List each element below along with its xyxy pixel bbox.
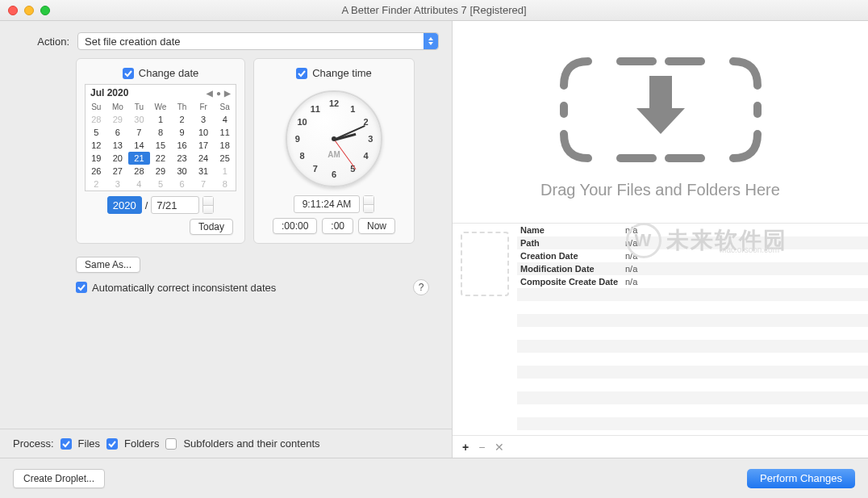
property-key: Composite Create Date	[520, 277, 625, 287]
minute-hand	[334, 125, 365, 140]
create-droplet-button[interactable]: Create Droplet...	[13, 469, 105, 488]
calendar-day[interactable]: 24	[193, 152, 215, 165]
action-select[interactable]: Set file creation date	[77, 32, 439, 50]
calendar-day[interactable]: 2	[171, 113, 193, 126]
remove-file-button[interactable]: −	[478, 441, 485, 454]
change-time-checkbox[interactable]	[296, 68, 307, 79]
today-button[interactable]: Today	[190, 219, 233, 235]
now-button[interactable]: Now	[358, 218, 395, 234]
calendar-day[interactable]: 18	[214, 139, 236, 152]
property-value: n/a	[625, 264, 637, 274]
same-as-button[interactable]: Same As...	[76, 257, 140, 273]
process-files-checkbox[interactable]	[61, 438, 72, 450]
change-time-panel: Change time 12 1 2 3 4 5 6 7 8 9 10 11 A…	[253, 58, 415, 244]
calendar-day[interactable]: 1	[214, 165, 236, 178]
calendar-day[interactable]: 29	[150, 165, 172, 178]
process-folders-checkbox[interactable]	[106, 438, 118, 450]
calendar-day[interactable]: 22	[150, 152, 172, 165]
calendar-day[interactable]: 4	[128, 178, 150, 190]
file-thumbnail	[461, 232, 509, 296]
calendar-day[interactable]: 19	[86, 152, 107, 165]
calendar-day[interactable]: 5	[150, 178, 172, 190]
calendar-day[interactable]: 29	[107, 113, 129, 126]
reset-seconds-button[interactable]: :00:00	[273, 218, 317, 234]
calendar-day[interactable]: 7	[193, 178, 215, 190]
process-label: Process:	[13, 437, 54, 450]
calendar-day[interactable]: 23	[171, 152, 193, 165]
calendar-day[interactable]: 28	[128, 165, 150, 178]
calendar-day[interactable]: 25	[214, 152, 236, 165]
auto-correct-label: Automatically correct inconsistent dates	[92, 282, 276, 294]
calendar-day[interactable]: 6	[171, 178, 193, 190]
property-value: n/a	[625, 238, 637, 248]
process-files-label: Files	[78, 437, 100, 450]
property-value: n/a	[625, 251, 637, 261]
add-file-button[interactable]: +	[462, 441, 469, 454]
property-key: Modification Date	[520, 264, 625, 274]
calendar-prev-icon[interactable]: ◀	[207, 89, 213, 98]
change-time-label: Change time	[312, 67, 372, 79]
calendar-day[interactable]: 10	[193, 126, 215, 139]
change-date-panel: Change date Jul 2020 ◀ ● ▶ SuMoTuWeThFrS…	[76, 58, 245, 244]
calendar-day[interactable]: 3	[193, 113, 215, 126]
property-row: Pathn/a	[517, 236, 868, 249]
calendar-day[interactable]: 17	[193, 139, 215, 152]
auto-correct-checkbox[interactable]	[76, 282, 87, 293]
calendar-day[interactable]: 30	[171, 165, 193, 178]
calendar-today-icon[interactable]: ●	[216, 89, 221, 98]
svg-rect-0	[649, 76, 672, 108]
calendar-day[interactable]: 8	[150, 126, 172, 139]
calendar-dow: Mo	[107, 101, 129, 113]
calendar-dow: Fr	[193, 101, 215, 113]
calendar-day[interactable]: 30	[128, 113, 150, 126]
calendar-day[interactable]: 1	[150, 113, 172, 126]
calendar-day[interactable]: 13	[107, 139, 129, 152]
calendar-day[interactable]: 7	[128, 126, 150, 139]
property-key: Path	[520, 238, 625, 248]
change-date-checkbox[interactable]	[123, 68, 134, 79]
calendar-day[interactable]: 9	[171, 126, 193, 139]
window-title: A Better Finder Attributes 7 [Registered…	[0, 4, 868, 16]
calendar-day[interactable]: 6	[107, 126, 129, 139]
calendar-day[interactable]: 21	[128, 152, 150, 165]
calendar-day[interactable]: 27	[107, 165, 129, 178]
time-stepper[interactable]	[363, 195, 374, 213]
process-subfolders-checkbox[interactable]	[165, 438, 177, 450]
date-year-field[interactable]: 2020	[107, 196, 142, 214]
calendar-day[interactable]: 12	[86, 139, 107, 152]
calendar-day[interactable]: 26	[86, 165, 107, 178]
date-md-field[interactable]: 7/21	[151, 196, 199, 214]
time-field[interactable]: 9:11:24 AM	[294, 195, 361, 213]
calendar-day[interactable]: 11	[214, 126, 236, 139]
property-row: Creation Daten/a	[517, 249, 868, 262]
reset-minutes-button[interactable]: :00	[322, 218, 353, 234]
calendar-day[interactable]: 14	[128, 139, 150, 152]
clear-files-button[interactable]: ✕	[495, 441, 504, 454]
calendar-day[interactable]: 31	[193, 165, 215, 178]
perform-changes-button[interactable]: Perform Changes	[747, 469, 855, 488]
action-value: Set file creation date	[85, 36, 181, 48]
help-button[interactable]: ?	[413, 279, 429, 295]
dropzone[interactable]: Drag Your Files and Folders Here	[453, 21, 868, 223]
analog-clock[interactable]: 12 1 2 3 4 5 6 7 8 9 10 11 AM	[286, 90, 382, 187]
calendar-day[interactable]: 20	[107, 152, 129, 165]
calendar[interactable]: Jul 2020 ◀ ● ▶ SuMoTuWeThFrSa28293012345…	[85, 84, 236, 191]
calendar-day[interactable]: 3	[107, 178, 129, 190]
dropzone-text: Drag Your Files and Folders Here	[540, 181, 780, 199]
property-value: n/a	[625, 225, 637, 235]
calendar-day[interactable]: 5	[86, 126, 107, 139]
calendar-month-year: Jul 2020	[90, 87, 128, 98]
calendar-day[interactable]: 8	[214, 178, 236, 190]
calendar-dow: Su	[86, 101, 107, 113]
property-value: n/a	[625, 277, 637, 287]
calendar-day[interactable]: 16	[171, 139, 193, 152]
calendar-day[interactable]: 15	[150, 139, 172, 152]
dropzone-icon	[548, 45, 774, 166]
clock-ampm: AM	[328, 150, 340, 159]
chevron-updown-icon	[424, 33, 438, 49]
calendar-day[interactable]: 2	[86, 178, 107, 190]
calendar-day[interactable]: 28	[86, 113, 107, 126]
date-stepper[interactable]	[202, 196, 214, 214]
calendar-day[interactable]: 4	[214, 113, 236, 126]
calendar-next-icon[interactable]: ▶	[224, 89, 231, 98]
